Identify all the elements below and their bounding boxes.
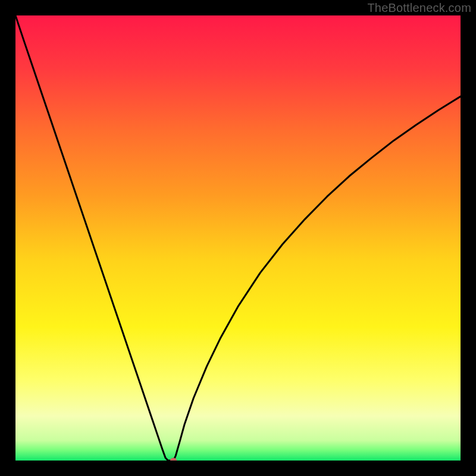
watermark-label: TheBottleneck.com	[367, 1, 471, 15]
chart-frame: TheBottleneck.com	[0, 0, 476, 476]
chart-background	[15, 15, 461, 461]
bottleneck-chart	[15, 15, 461, 461]
